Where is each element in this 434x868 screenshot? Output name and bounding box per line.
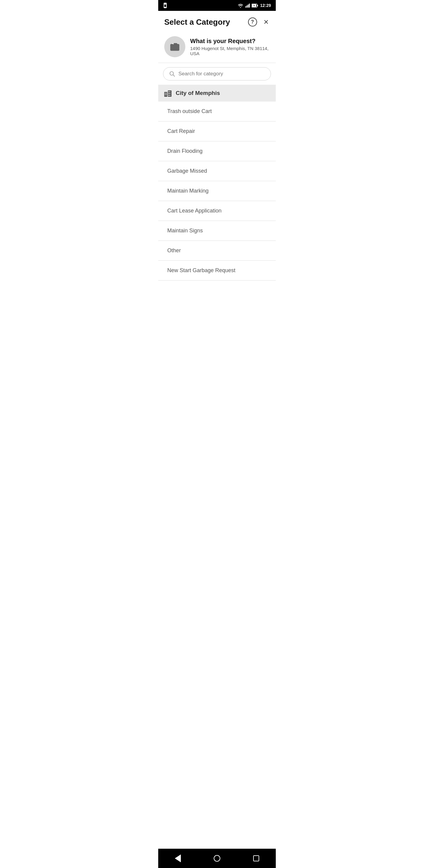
city-building-icon bbox=[164, 89, 172, 97]
close-button[interactable]: × bbox=[262, 17, 270, 27]
list-item[interactable]: Cart Lease Application bbox=[158, 201, 276, 221]
request-heading: What is your Request? bbox=[190, 38, 270, 44]
search-input[interactable] bbox=[179, 71, 265, 77]
page-title: Select a Category bbox=[164, 18, 230, 27]
header-actions: ? × bbox=[247, 16, 270, 28]
home-icon bbox=[214, 855, 220, 862]
category-item-label: New Start Garbage Request bbox=[167, 267, 236, 273]
list-item[interactable]: Maintain Signs bbox=[158, 221, 276, 241]
request-address: 1490 Hugenot St, Memphis, TN 38114, USA bbox=[190, 46, 270, 56]
battery-icon bbox=[252, 4, 258, 7]
bottom-nav-bar bbox=[158, 849, 276, 868]
list-item[interactable]: Garbage Missed bbox=[158, 161, 276, 181]
list-item[interactable]: Maintain Marking bbox=[158, 181, 276, 201]
search-container bbox=[158, 63, 276, 85]
help-button[interactable]: ? bbox=[247, 16, 258, 28]
category-item-label: Maintain Marking bbox=[167, 188, 209, 194]
camera-icon: + bbox=[169, 41, 180, 52]
svg-rect-1 bbox=[164, 4, 166, 7]
recents-button[interactable] bbox=[246, 853, 267, 864]
status-time: 12:29 bbox=[260, 3, 271, 8]
category-item-label: Cart Repair bbox=[167, 128, 195, 134]
status-bar: 12:29 bbox=[158, 0, 276, 11]
search-wrapper bbox=[163, 67, 271, 81]
home-button[interactable] bbox=[207, 852, 227, 864]
sim-icon bbox=[163, 3, 167, 8]
signal-icon bbox=[245, 3, 250, 7]
category-item-label: Other bbox=[167, 247, 181, 253]
city-section-label: City of Memphis bbox=[176, 90, 220, 96]
list-item[interactable]: New Start Garbage Request bbox=[158, 261, 276, 281]
list-item[interactable]: Drain Flooding bbox=[158, 141, 276, 161]
city-section-header: City of Memphis bbox=[158, 85, 276, 101]
category-item-label: Cart Lease Application bbox=[167, 208, 221, 214]
svg-rect-15 bbox=[166, 94, 167, 95]
category-list: Trash outside CartCart RepairDrain Flood… bbox=[158, 101, 276, 849]
svg-rect-4 bbox=[257, 5, 258, 6]
close-icon: × bbox=[264, 18, 269, 26]
svg-rect-13 bbox=[166, 93, 167, 94]
svg-rect-20 bbox=[168, 95, 169, 96]
list-item[interactable]: Cart Repair bbox=[158, 121, 276, 141]
svg-rect-18 bbox=[168, 93, 169, 94]
header: Select a Category ? × bbox=[158, 11, 276, 32]
back-icon bbox=[175, 855, 181, 862]
wifi-icon bbox=[238, 3, 244, 8]
search-icon bbox=[169, 70, 176, 77]
request-text: What is your Request? 1490 Hugenot St, M… bbox=[190, 38, 270, 56]
category-item-label: Trash outside Cart bbox=[167, 108, 212, 114]
category-item-label: Garbage Missed bbox=[167, 168, 207, 174]
status-bar-left bbox=[163, 3, 167, 8]
help-icon: ? bbox=[248, 18, 257, 27]
camera-avatar[interactable]: + bbox=[164, 36, 185, 57]
svg-rect-14 bbox=[165, 94, 165, 95]
list-item[interactable]: Trash outside Cart bbox=[158, 101, 276, 121]
category-item-label: Maintain Signs bbox=[167, 227, 203, 234]
list-item[interactable]: Other bbox=[158, 241, 276, 261]
status-bar-right: 12:29 bbox=[238, 3, 271, 8]
recents-icon bbox=[253, 855, 259, 861]
svg-rect-21 bbox=[170, 95, 170, 96]
svg-line-9 bbox=[173, 75, 175, 76]
svg-text:+: + bbox=[172, 42, 174, 45]
svg-rect-16 bbox=[168, 91, 169, 92]
category-item-label: Drain Flooding bbox=[167, 148, 203, 154]
request-info: + What is your Request? 1490 Hugenot St,… bbox=[158, 32, 276, 63]
svg-rect-12 bbox=[165, 93, 165, 94]
svg-rect-17 bbox=[170, 91, 170, 92]
svg-rect-19 bbox=[170, 93, 170, 94]
back-button[interactable] bbox=[167, 852, 188, 865]
svg-rect-10 bbox=[164, 92, 167, 97]
